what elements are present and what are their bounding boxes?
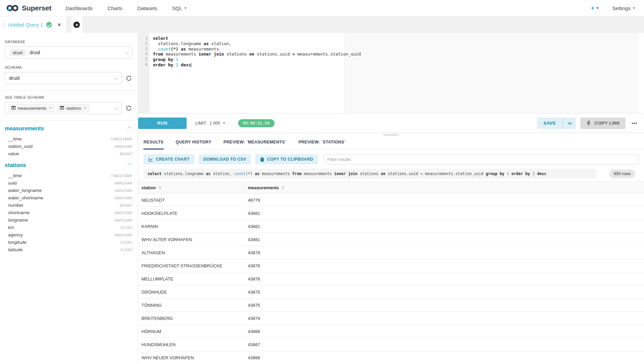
table-row[interactable]: HÖRNUM43868 (138, 325, 644, 338)
cell-station: FRIEDRICHSTADT STRASSENBRÜCKE (138, 259, 245, 272)
column-type: TIMESTAMP (111, 174, 132, 178)
editor-gutter: 123456 (138, 33, 150, 113)
nav-item-datasets[interactable]: Datasets (130, 5, 165, 11)
column-name: shortname (8, 210, 30, 215)
top-navbar: Superset Dashboards Charts Datasets SQL … (0, 0, 644, 16)
nav-item-sql[interactable]: SQL (165, 5, 194, 11)
save-button[interactable]: SAVE (537, 118, 563, 129)
caret-down-icon (184, 7, 187, 9)
column-type: BIGINT (120, 203, 132, 207)
create-chart-label: CREATE CHART (156, 157, 190, 162)
infinity-logo-icon (6, 4, 19, 12)
refresh-schema-button[interactable] (125, 74, 132, 82)
download-csv-button[interactable]: DOWNLOAD TO CSV (199, 154, 251, 164)
pane-splitter[interactable] (138, 133, 644, 136)
save-menu-button[interactable] (563, 118, 576, 129)
close-icon[interactable] (58, 22, 61, 28)
executed-query-text: select stations.longname as station, cou… (143, 169, 597, 179)
refresh-tables-button[interactable] (125, 104, 132, 112)
run-button[interactable]: RUN (138, 118, 187, 129)
filter-results-input[interactable] (323, 154, 639, 164)
table-row[interactable]: NEUSTADT46779 (138, 194, 644, 207)
table-row[interactable]: HOOKSIELPLATE43881 (138, 207, 644, 220)
column-type: VARCHAR (115, 218, 132, 222)
column-header-label: measurements (248, 185, 279, 190)
table-row[interactable]: BREITENBERG43874 (138, 312, 644, 325)
cell-measurements: 43878 (245, 259, 263, 272)
editor-code[interactable]: select stations.longname as station, cou… (150, 33, 644, 113)
column-name: longname (8, 218, 28, 223)
more-actions-button[interactable]: ••• (630, 121, 639, 126)
nav-item-charts[interactable]: Charts (100, 5, 130, 11)
cell-measurements: 43881 (245, 220, 263, 233)
table-icon (60, 106, 64, 111)
create-chart-button[interactable]: CREATE CHART (143, 154, 194, 164)
table-pill-stations[interactable]: stations (57, 104, 89, 112)
column-row: valueBIGINT (5, 150, 132, 157)
schema-select[interactable]: druid (5, 72, 122, 84)
results-tab-results[interactable]: RESULTS (143, 140, 164, 150)
column-name: __time (8, 136, 22, 141)
copy-clipboard-button[interactable]: COPY TO CLIPBOARD (255, 154, 318, 164)
results-tab-query-history[interactable]: QUERY HISTORY (176, 140, 212, 150)
column-header-label: station (141, 185, 156, 190)
column-name: water_shortname (8, 195, 43, 200)
query-tab-bar: Untitled Query 1 (0, 16, 644, 33)
cell-station: BREITENBERG (138, 312, 245, 325)
results-tab-preview-stations[interactable]: PREVIEW: `STATIONS` (298, 140, 346, 150)
table-row[interactable]: GRÖNHUDE43875 (138, 286, 644, 299)
column-header-station[interactable]: station (138, 182, 245, 193)
table-row[interactable]: TÖNNING43875 (138, 299, 644, 312)
cell-measurements: 43866 (245, 351, 263, 364)
database-select[interactable]: druid druid (5, 46, 132, 59)
column-row: kmFLOAT (5, 224, 132, 231)
limit-value: 1 000 (210, 121, 220, 126)
cell-measurements: 46779 (245, 194, 263, 206)
table-schema-header[interactable]: stations (5, 162, 132, 168)
results-tab-preview-measurements[interactable]: PREVIEW: `MEASUREMENTS` (224, 140, 287, 150)
nav-item-dashboards[interactable]: Dashboards (58, 5, 100, 11)
chevron-up-icon[interactable] (127, 163, 132, 167)
database-tag: druid (9, 49, 26, 56)
table-row[interactable]: ALTHAGEN43878 (138, 246, 644, 259)
table-schema-header[interactable]: measurements (5, 125, 132, 132)
table-row[interactable]: HUNDSMÜHLEN43867 (138, 338, 644, 351)
cell-measurements: 43878 (245, 246, 263, 259)
remove-table-icon[interactable] (49, 106, 52, 110)
table-row[interactable]: MELLUMPLATE43876 (138, 272, 644, 286)
column-header-measurements[interactable]: measurements (245, 182, 288, 193)
table-schema-stations: stations__timeTIMESTAMPuuidVARCHARwater_… (5, 162, 132, 253)
new-item-button[interactable]: + (591, 5, 599, 12)
code-line: stations.longname as station, (153, 41, 644, 46)
column-name: uuid (8, 180, 17, 186)
chevron-down-icon (114, 75, 119, 80)
tab-untitled-query[interactable]: Untitled Query 1 (0, 16, 67, 33)
chevron-down-icon (125, 50, 129, 54)
column-row: __timeTIMESTAMP (5, 135, 132, 142)
cell-measurements: 43868 (245, 325, 263, 338)
cell-station: WHV NEUER VORHAFEN (138, 351, 245, 364)
copy-link-label: COPY LINK (594, 121, 620, 126)
chevron-up-icon[interactable] (127, 126, 132, 131)
table-row[interactable]: WHV NEUER VORHAFEN43866 (138, 351, 644, 364)
sql-editor[interactable]: 123456 select stations.longname as stati… (138, 33, 644, 113)
table-row[interactable]: FRIEDRICHSTADT STRASSENBRÜCKE43878 (138, 259, 644, 272)
cell-station: WHV ALTER VORHAFEN (138, 233, 245, 246)
table-select[interactable]: measurementsstations (5, 102, 122, 114)
add-tab-button[interactable] (71, 16, 82, 33)
table-row[interactable]: KARNIN43881 (138, 220, 644, 233)
remove-table-icon[interactable] (84, 106, 86, 110)
sort-icon[interactable] (282, 186, 284, 189)
divider (0, 120, 138, 121)
copy-link-button[interactable]: COPY LINK (580, 118, 625, 129)
column-name: __time (8, 173, 22, 178)
sort-icon[interactable] (159, 186, 161, 189)
column-row: longnameVARCHAR (5, 216, 132, 224)
superset-logo[interactable]: Superset (6, 4, 51, 12)
table-pill-measurements[interactable]: measurements (8, 104, 55, 112)
column-row: station_uuidVARCHAR (5, 142, 132, 150)
limit-dropdown[interactable]: LIMIT: 1 000 (195, 121, 225, 126)
table-row[interactable]: WHV ALTER VORHAFEN43881 (138, 233, 644, 246)
settings-menu[interactable]: Settings (612, 5, 635, 11)
save-split-button: SAVE (537, 118, 576, 129)
